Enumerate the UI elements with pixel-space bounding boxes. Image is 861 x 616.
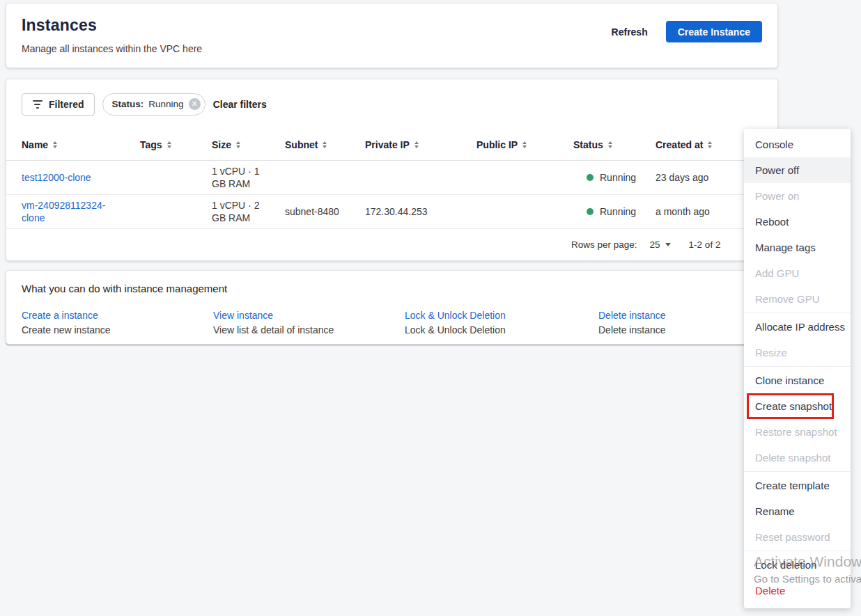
help-item: Create a instance Create new instance — [22, 310, 213, 335]
status-running-dot — [587, 174, 594, 181]
instance-name-link[interactable]: test12000-clone — [22, 171, 91, 184]
pagination-bar: Rows per page: 25 1-2 of 2 ‹ — [6, 229, 777, 260]
cell-private-ip: 172.30.44.253 — [365, 205, 476, 218]
rows-per-page-select[interactable]: 25 — [650, 239, 671, 250]
menu-item-add-gpu: Add GPU — [744, 260, 851, 286]
help-item: View instance View list & detail of inst… — [213, 310, 405, 335]
cell-size: 1 vCPU · 2 GB RAM — [212, 199, 285, 224]
column-header-tags[interactable]: Tags — [140, 139, 212, 150]
sort-icon — [53, 141, 57, 148]
filtered-button[interactable]: Filtered — [22, 93, 95, 116]
menu-divider — [744, 366, 851, 367]
cell-status: Running — [573, 171, 656, 184]
caret-down-icon — [665, 243, 671, 246]
pagination-range: 1-2 of 2 — [689, 239, 721, 250]
menu-item-reboot[interactable]: Reboot — [744, 209, 851, 235]
help-title: What you can do with instance management — [22, 283, 762, 294]
menu-item-reset-password: Reset password — [744, 524, 851, 550]
sort-icon — [167, 141, 171, 148]
menu-item-create-snapshot[interactable]: Create snapshot — [744, 393, 851, 419]
cell-subnet: subnet-8480 — [285, 205, 365, 218]
table-row: vm-240928112324-clone 1 vCPU · 2 GB RAM … — [6, 195, 777, 229]
help-link-lock-unlock-deletion[interactable]: Lock & Unlock Deletion — [405, 310, 598, 321]
sort-icon — [708, 141, 712, 148]
menu-divider — [744, 313, 851, 313]
menu-divider — [744, 551, 851, 551]
column-header-status[interactable]: Status — [573, 139, 656, 150]
menu-item-power-off[interactable]: Power off — [744, 157, 851, 183]
status-running-dot — [587, 208, 594, 215]
help-desc: Delete instance — [598, 324, 762, 335]
clear-filters-button[interactable]: Clear filters — [213, 99, 267, 110]
menu-divider — [744, 471, 851, 472]
instance-actions-context-menu: Console Power off Power on Reboot Manage… — [744, 129, 851, 608]
table-header-row: Name Tags Size Subnet Private IP Public … — [6, 129, 777, 161]
refresh-button[interactable]: Refresh — [612, 26, 648, 38]
help-links-row: Create a instance Create new instance Vi… — [22, 310, 762, 335]
menu-item-allocate-ip-address[interactable]: Allocate IP address — [744, 314, 851, 340]
chip-remove-icon[interactable]: ✕ — [189, 98, 201, 110]
column-header-public-ip[interactable]: Public IP — [476, 139, 573, 150]
menu-item-delete-snapshot: Delete snapshot — [744, 445, 851, 471]
filtered-label: Filtered — [49, 99, 84, 110]
column-header-size[interactable]: Size — [212, 139, 285, 150]
help-card: What you can do with instance management… — [6, 270, 778, 345]
help-desc: View list & detail of instance — [213, 324, 405, 335]
menu-item-restore-snapshot: Restore snapshot — [744, 419, 851, 445]
menu-item-create-template[interactable]: Create template — [744, 473, 851, 498]
help-desc: Create new instance — [22, 324, 213, 335]
sort-icon — [236, 141, 240, 148]
menu-item-manage-tags[interactable]: Manage tags — [744, 235, 851, 260]
status-label: Running — [600, 171, 636, 184]
instances-card: Filtered Status: Running ✕ Clear filters… — [6, 79, 778, 261]
create-instance-button[interactable]: Create Instance — [666, 21, 762, 42]
page-subtitle: Manage all instances within the VPC here — [22, 43, 762, 54]
menu-item-lock-deletion[interactable]: Lock deletion — [744, 552, 851, 578]
help-link-delete-instance[interactable]: Delete instance — [598, 310, 762, 321]
header-actions: Refresh Create Instance — [612, 21, 762, 42]
rows-per-page-label: Rows per page: — [571, 239, 637, 250]
sort-icon — [522, 141, 527, 148]
page: { "colors": { "accent": "#1164d4", "stat… — [0, 0, 861, 616]
cell-name: vm-240928112324-clone — [22, 199, 140, 224]
help-item: Delete instance Delete instance — [598, 310, 762, 335]
menu-item-power-on: Power on — [744, 183, 851, 209]
cell-name: test12000-clone — [22, 171, 140, 184]
header-card: Instances Manage all instances within th… — [6, 3, 778, 68]
menu-item-clone-instance[interactable]: Clone instance — [744, 368, 851, 393]
menu-item-rename[interactable]: Rename — [744, 498, 851, 524]
instances-table: Name Tags Size Subnet Private IP Public … — [6, 129, 777, 260]
filter-icon — [32, 100, 42, 109]
sort-icon — [414, 141, 419, 148]
filter-bar: Filtered Status: Running ✕ Clear filters — [6, 79, 777, 129]
help-desc: Lock & Unlock Deletion — [405, 324, 598, 335]
help-link-view-instance[interactable]: View instance — [213, 310, 405, 321]
column-header-subnet[interactable]: Subnet — [285, 139, 365, 150]
menu-item-remove-gpu: Remove GPU — [744, 286, 851, 312]
sort-icon — [323, 141, 327, 148]
table-row: test12000-clone 1 vCPU · 1 GB RAM Runnin… — [6, 161, 777, 195]
column-header-name[interactable]: Name — [22, 139, 140, 150]
menu-item-console[interactable]: Console — [744, 132, 851, 157]
rows-per-page-value: 25 — [650, 239, 660, 250]
status-label: Running — [600, 205, 636, 218]
cell-status: Running — [573, 205, 656, 218]
instance-name-link[interactable]: vm-240928112324-clone — [22, 199, 111, 224]
menu-item-delete[interactable]: Delete — [744, 578, 851, 603]
chip-field: Status: — [112, 99, 144, 109]
menu-item-resize: Resize — [744, 340, 851, 365]
column-header-private-ip[interactable]: Private IP — [365, 139, 476, 150]
status-filter-chip[interactable]: Status: Running ✕ — [102, 93, 205, 116]
help-item: Lock & Unlock Deletion Lock & Unlock Del… — [405, 310, 598, 335]
help-link-create-instance[interactable]: Create a instance — [22, 310, 213, 321]
chip-value: Running — [148, 99, 183, 109]
cell-size: 1 vCPU · 1 GB RAM — [212, 165, 285, 190]
sort-icon — [608, 141, 612, 148]
